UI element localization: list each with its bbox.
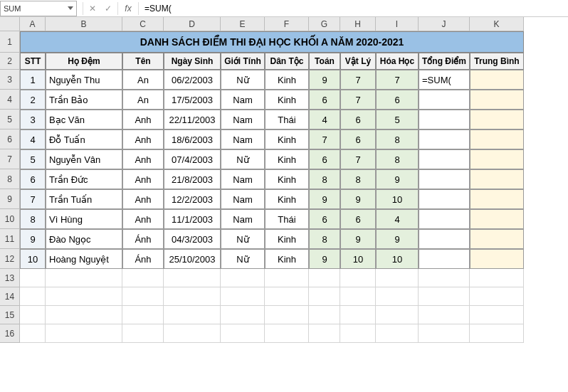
cell[interactable]: Nam: [221, 90, 265, 110]
cell[interactable]: 7: [340, 70, 376, 90]
column-header-E[interactable]: E: [221, 17, 265, 31]
cell[interactable]: Anh: [122, 129, 164, 149]
cell[interactable]: [309, 287, 340, 306]
cell[interactable]: Thái: [265, 209, 309, 229]
cell[interactable]: 4: [309, 110, 340, 129]
cell[interactable]: [470, 209, 524, 229]
cell[interactable]: Bạc Văn: [46, 110, 122, 129]
cell[interactable]: Tổng Điểm: [419, 53, 470, 70]
cell[interactable]: [164, 269, 221, 287]
row-header[interactable]: 7: [0, 149, 20, 169]
cell[interactable]: 7: [376, 70, 419, 90]
title-cell[interactable]: DANH SÁCH ĐIỂM THI ĐẠI HỌC KHỐI A NĂM 20…: [20, 31, 524, 53]
cell[interactable]: 9: [340, 189, 376, 209]
cell[interactable]: Vì Hùng: [46, 209, 122, 229]
cell[interactable]: Trần Đức: [46, 169, 122, 189]
row-header[interactable]: 1: [0, 31, 20, 53]
cell[interactable]: Hoàng Nguyệt: [46, 249, 122, 269]
cell[interactable]: 6: [309, 209, 340, 229]
cell[interactable]: [122, 269, 164, 287]
cell[interactable]: [419, 169, 470, 189]
cell[interactable]: [20, 324, 46, 343]
cell[interactable]: Nữ: [221, 229, 265, 249]
cell[interactable]: Trần Tuấn: [46, 189, 122, 209]
cell[interactable]: 7: [340, 90, 376, 110]
cell[interactable]: [122, 287, 164, 306]
cell[interactable]: 5: [20, 149, 46, 169]
cell[interactable]: [46, 287, 122, 306]
cell[interactable]: [470, 229, 524, 249]
cell[interactable]: [340, 269, 376, 287]
cell[interactable]: 6: [309, 90, 340, 110]
cell[interactable]: [419, 287, 470, 306]
cell[interactable]: 11/1/2003: [164, 209, 221, 229]
column-header-K[interactable]: K: [470, 17, 524, 31]
cell[interactable]: [265, 306, 309, 324]
cell[interactable]: [419, 229, 470, 249]
cell[interactable]: 6: [309, 149, 340, 169]
cell[interactable]: Ánh: [122, 249, 164, 269]
cell[interactable]: [20, 287, 46, 306]
column-header-G[interactable]: G: [309, 17, 340, 31]
cell[interactable]: Kinh: [265, 129, 309, 149]
name-box[interactable]: SUM: [0, 1, 77, 16]
cell[interactable]: STT: [20, 53, 46, 70]
cell[interactable]: 8: [309, 229, 340, 249]
cell[interactable]: 25/10/2003: [164, 249, 221, 269]
cell[interactable]: [419, 90, 470, 110]
cell[interactable]: [470, 324, 524, 343]
row-header[interactable]: 12: [0, 249, 20, 269]
cell[interactable]: 8: [309, 169, 340, 189]
cell[interactable]: 9: [376, 229, 419, 249]
cell[interactable]: [265, 287, 309, 306]
cell[interactable]: [309, 306, 340, 324]
row-header[interactable]: 2: [0, 53, 20, 70]
cell[interactable]: Trung Bình: [470, 53, 524, 70]
cell[interactable]: [46, 269, 122, 287]
cell[interactable]: [309, 324, 340, 343]
column-header-F[interactable]: F: [265, 17, 309, 31]
cell[interactable]: [419, 110, 470, 129]
active-cell[interactable]: =SUM(: [419, 70, 470, 90]
cell[interactable]: [470, 110, 524, 129]
column-header-B[interactable]: B: [46, 17, 122, 31]
cell[interactable]: [419, 129, 470, 149]
cell[interactable]: 04/3/2003: [164, 229, 221, 249]
cell[interactable]: Anh: [122, 110, 164, 129]
cell[interactable]: 9: [20, 229, 46, 249]
cell[interactable]: [376, 287, 419, 306]
cell[interactable]: 07/4/2003: [164, 149, 221, 169]
row-header[interactable]: 11: [0, 229, 20, 249]
cell[interactable]: [20, 269, 46, 287]
cell[interactable]: Thái: [265, 110, 309, 129]
cell[interactable]: [20, 306, 46, 324]
cell[interactable]: An: [122, 70, 164, 90]
cell[interactable]: 10: [376, 249, 419, 269]
cell[interactable]: 9: [309, 189, 340, 209]
cell[interactable]: 6: [20, 169, 46, 189]
cell[interactable]: [470, 249, 524, 269]
cell[interactable]: [221, 287, 265, 306]
row-header[interactable]: 16: [0, 324, 20, 343]
cell[interactable]: [122, 324, 164, 343]
row-header[interactable]: 9: [0, 189, 20, 209]
cell[interactable]: [340, 287, 376, 306]
cell[interactable]: Nam: [221, 189, 265, 209]
cell[interactable]: Kinh: [265, 229, 309, 249]
cell[interactable]: [470, 306, 524, 324]
cell[interactable]: [470, 70, 524, 90]
column-header-A[interactable]: A: [20, 17, 46, 31]
column-header-H[interactable]: H: [340, 17, 376, 31]
cell[interactable]: Toán: [309, 53, 340, 70]
cell[interactable]: 8: [376, 149, 419, 169]
cell[interactable]: Nữ: [221, 70, 265, 90]
cell[interactable]: 10: [376, 189, 419, 209]
cell[interactable]: [470, 189, 524, 209]
enter-icon[interactable]: ✓: [100, 4, 116, 14]
row-header[interactable]: 5: [0, 110, 20, 129]
cell[interactable]: 6: [376, 90, 419, 110]
cell[interactable]: Anh: [122, 189, 164, 209]
cell[interactable]: 8: [340, 169, 376, 189]
formula-input[interactable]: [140, 1, 568, 16]
cell[interactable]: 7: [20, 189, 46, 209]
